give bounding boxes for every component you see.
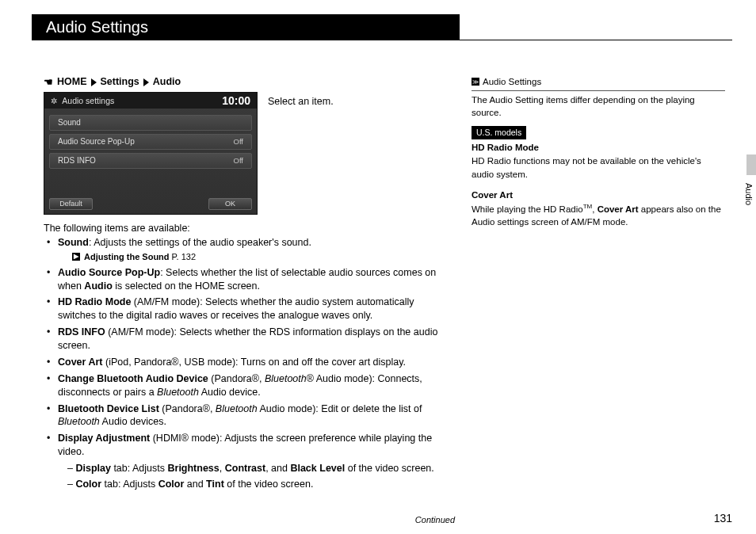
row-label: Sound bbox=[58, 117, 81, 128]
ok-button: OK bbox=[208, 198, 252, 210]
item-desc: (Pandora®, bbox=[208, 373, 265, 384]
continued-label: Continued bbox=[415, 514, 455, 526]
bold-inline: Cover Art bbox=[598, 204, 639, 214]
hand-icon: ☚ bbox=[44, 75, 53, 90]
thumb-tab bbox=[746, 154, 756, 175]
item-desc: is selected on the HOME screen. bbox=[113, 280, 260, 292]
trademark-sup: TM bbox=[583, 203, 593, 210]
item-term: Bluetooth Device List bbox=[58, 403, 159, 414]
breadcrumb: ☚ HOME Settings Audio bbox=[44, 75, 181, 90]
item-term: Sound bbox=[58, 237, 89, 248]
list-item: Bluetooth Device List (Pandora®, Bluetoo… bbox=[44, 402, 452, 429]
sidebar-title: Audio Settings bbox=[483, 75, 541, 89]
sidebar-header: ≫ Audio Settings bbox=[472, 75, 725, 89]
row-label: RDS INFO bbox=[58, 155, 96, 166]
page-title-bar: Audio Settings bbox=[32, 14, 460, 40]
divider bbox=[472, 90, 725, 91]
item-term: Audio Source Pop-Up bbox=[58, 267, 160, 278]
text: and bbox=[184, 479, 206, 490]
gear-icon: ✲ bbox=[51, 97, 57, 105]
audio-settings-screenshot: ✲ Audio settings 10:00 Sound Audio Sourc… bbox=[44, 92, 258, 215]
sub-item: – Display tab: Adjusts Brightness, Contr… bbox=[58, 462, 452, 475]
list-item: Sound bbox=[49, 115, 252, 131]
text: of the video screen. bbox=[224, 479, 314, 490]
xref-text: Adjusting the Sound bbox=[84, 251, 170, 263]
dash: – bbox=[67, 463, 75, 474]
text: of the video screen. bbox=[345, 463, 434, 474]
list-item: Audio Source Pop-Up: Selects whether the… bbox=[44, 266, 452, 293]
bold-inline: Black Level bbox=[290, 463, 345, 474]
note-text: HD Radio functions may not be available … bbox=[472, 154, 725, 181]
region-badge: U.S. models bbox=[472, 126, 526, 139]
item-term: RDS INFO bbox=[58, 326, 105, 338]
italic-inline: Bluetooth bbox=[157, 387, 199, 398]
row-value: Off bbox=[234, 156, 244, 166]
triangle-icon bbox=[143, 78, 149, 86]
text: , bbox=[220, 463, 225, 474]
item-desc: (AM/FM mode): Selects whether the RDS in… bbox=[58, 326, 437, 351]
item-term: HD Radio Mode bbox=[58, 296, 131, 307]
instruction-text: Select an item. bbox=[268, 95, 334, 109]
triangle-icon bbox=[91, 78, 97, 86]
list-item: RDS INFO (AM/FM mode): Selects whether t… bbox=[44, 326, 452, 353]
item-desc: Audio mode): Edit or delete the list of bbox=[258, 403, 422, 414]
page-header: Audio Settings bbox=[32, 14, 732, 40]
crumb-home: HOME bbox=[57, 75, 87, 89]
bold-inline: Brightness bbox=[167, 463, 219, 474]
item-term: Cover Art bbox=[58, 357, 103, 368]
xref-icon: ≫ bbox=[472, 78, 479, 86]
xref-page: P. 132 bbox=[172, 251, 196, 263]
bold-inline: Color bbox=[158, 479, 185, 490]
item-desc: Audio device. bbox=[199, 387, 261, 398]
header-rule bbox=[32, 40, 732, 40]
item-term: Change Bluetooth Audio Device bbox=[58, 373, 208, 384]
italic-inline: Bluetooth bbox=[216, 403, 258, 414]
list-item: HD Radio Mode (AM/FM mode): Selects whet… bbox=[44, 296, 452, 322]
item-desc: Audio devices. bbox=[100, 416, 166, 427]
list-item: Audio Source Pop-Up Off bbox=[49, 134, 252, 150]
items-intro: The following items are available: bbox=[44, 222, 190, 235]
bold-inline: Tint bbox=[206, 479, 224, 490]
screenshot-title: Audio settings bbox=[62, 96, 114, 105]
text: While playing the HD Radio bbox=[472, 204, 583, 214]
text: tab: Adjusts bbox=[111, 463, 168, 474]
list-item: Cover Art (iPod, Pandora®, USB mode): Tu… bbox=[44, 356, 452, 369]
page-title: Audio Settings bbox=[46, 17, 148, 38]
note-heading: Cover Art bbox=[472, 189, 725, 202]
item-desc: (Pandora®, bbox=[159, 403, 216, 414]
xref-icon: ▶ bbox=[72, 253, 80, 261]
row-label: Audio Source Pop-Up bbox=[58, 136, 135, 147]
page-number: 131 bbox=[714, 511, 732, 526]
bold-inline: Contrast bbox=[225, 463, 265, 474]
list-item: RDS INFO Off bbox=[49, 153, 252, 169]
note-heading: HD Radio Mode bbox=[472, 141, 725, 154]
list-item: Display Adjustment (HDMI® mode): Adjusts… bbox=[44, 432, 452, 491]
cross-reference: ▶ Adjusting the Sound P. 132 bbox=[72, 251, 452, 263]
sub-list: – Display tab: Adjusts Brightness, Contr… bbox=[58, 462, 452, 491]
italic-inline: Bluetooth bbox=[58, 416, 100, 427]
crumb-settings: Settings bbox=[101, 75, 139, 89]
default-button: Default bbox=[49, 198, 93, 210]
item-desc: : Adjusts the settings of the audio spea… bbox=[89, 237, 311, 248]
sub-item: – Color tab: Adjusts Color and Tint of t… bbox=[58, 478, 452, 491]
item-term: Display Adjustment bbox=[58, 433, 150, 444]
screenshot-titlebar: ✲ Audio settings 10:00 bbox=[44, 93, 257, 109]
note-text: While playing the HD RadioTM, Cover Art … bbox=[472, 202, 725, 229]
screenshot-clock: 10:00 bbox=[222, 93, 250, 109]
list-item: Change Bluetooth Audio Device (Pandora®,… bbox=[44, 372, 452, 399]
list-item: Sound: Adjusts the settings of the audio… bbox=[44, 236, 452, 263]
crumb-audio: Audio bbox=[153, 75, 181, 89]
item-desc: (iPod, Pandora®, USB mode): Turns on and… bbox=[103, 357, 407, 368]
bold-inline: Audio bbox=[84, 280, 112, 292]
text: , and bbox=[265, 463, 290, 474]
italic-inline: Bluetooth bbox=[265, 373, 307, 384]
bold-inline: Color bbox=[75, 479, 101, 490]
section-tab-label: Audio bbox=[741, 178, 756, 210]
row-value: Off bbox=[234, 137, 244, 147]
settings-item-list: Sound: Adjusts the settings of the audio… bbox=[44, 236, 452, 494]
bold-inline: Display bbox=[75, 463, 110, 474]
dash: – bbox=[67, 479, 75, 490]
note-text: The Audio Setting items differ depending… bbox=[472, 93, 725, 120]
sidebar-notes: ≫ Audio Settings The Audio Setting items… bbox=[472, 75, 725, 229]
text: tab: Adjusts bbox=[101, 479, 158, 490]
